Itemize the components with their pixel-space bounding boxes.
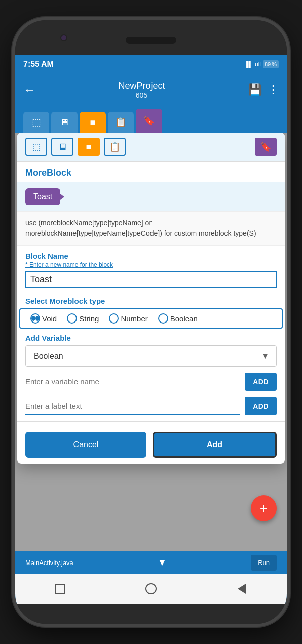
dialog-tab-list[interactable]: 📋 [104, 138, 126, 156]
menu-icon[interactable]: ⋮ [268, 83, 279, 96]
nav-circle-icon [145, 583, 157, 594]
radio-string-circle[interactable] [67, 313, 77, 324]
project-name: NewProject [118, 80, 165, 91]
dialog-tab-control[interactable]: ⬚ [25, 138, 47, 156]
radio-group: Void String Number Boolean [19, 308, 283, 329]
status-bar: 7:55 AM ▐▌ ull 89 % [15, 55, 287, 73]
tab-list[interactable]: 📋 [108, 112, 134, 133]
block-name-input[interactable] [30, 274, 272, 285]
add-variable-label: Add Variable [17, 329, 285, 345]
radio-boolean-label: Boolean [170, 314, 198, 323]
nav-square-button[interactable] [51, 580, 69, 598]
background-screen: + ⬚ 🖥 ■ [15, 133, 287, 551]
dialog-actions: Cancel Add [17, 426, 285, 464]
speaker [126, 37, 176, 44]
block-name-sublabel: * Enter a new name for the block [17, 261, 285, 271]
phone-frame: 7:55 AM ▐▌ ull 89 % ← NewProject 605 💾 ⋮ [15, 20, 287, 624]
tab-view[interactable]: 🖥 [51, 112, 78, 133]
radio-void-circle[interactable] [30, 313, 40, 324]
nav-back-icon [238, 584, 246, 594]
tab-more[interactable]: 🔖 [136, 109, 162, 133]
type-dropdown-wrapper: Boolean String int double ▼ [26, 346, 276, 366]
run-button[interactable]: Run [251, 555, 277, 571]
dialog-tab-view-icon: 🖥 [58, 142, 67, 152]
wifi-icon: ull [255, 61, 261, 68]
select-type-label: Select Moreblock type [17, 293, 285, 308]
dialog-tab-control-icon: ⬚ [32, 141, 41, 152]
file-name: MainActivity.java [25, 559, 73, 567]
dropdown-bottom-icon[interactable]: ▼ [158, 557, 167, 568]
app-bar: ← NewProject 605 💾 ⋮ [15, 73, 287, 106]
variable-name-row: ADD [25, 373, 277, 391]
dialog-tab-more-icon: 🔖 [260, 141, 271, 152]
tab-bar: ⬚ 🖥 ■ 📋 🔖 [15, 106, 287, 133]
tab-more-icon: 🔖 [143, 115, 155, 126]
nav-home-button[interactable] [142, 580, 160, 598]
bottom-bezel [15, 604, 287, 624]
dialog-tab-list-icon: 📋 [109, 141, 120, 152]
dialog-tabs: ⬚ 🖥 ■ 📋 🔖 [17, 133, 285, 162]
nav-back-button[interactable] [233, 580, 251, 598]
variable-name-input[interactable] [25, 373, 240, 390]
battery-symbol: % [272, 61, 277, 67]
dialog-tab-more-active[interactable]: 🔖 [255, 138, 277, 156]
toast-block: Toast [25, 188, 60, 205]
tab-view-icon: 🖥 [60, 117, 69, 128]
dialog-title: MoreBlock [17, 162, 285, 182]
bottom-bar: MainActivity.java ▼ Run [15, 551, 287, 574]
back-button[interactable]: ← [23, 83, 35, 97]
radio-boolean-circle[interactable] [158, 313, 168, 324]
toast-block-label: Toast [33, 192, 52, 201]
type-dropdown[interactable]: Boolean String int double [26, 346, 276, 366]
radio-void-label: Void [42, 314, 57, 323]
nav-bar [15, 574, 287, 604]
radio-string[interactable]: String [63, 311, 103, 326]
add-label-button[interactable]: ADD [245, 397, 277, 415]
signal-icon: ▐▌ [244, 61, 253, 68]
dialog-overlay: ⬚ 🖥 ■ 📋 🔖 [15, 133, 287, 551]
label-text-input[interactable] [25, 397, 240, 415]
screen: 7:55 AM ▐▌ ull 89 % ← NewProject 605 💾 ⋮ [15, 55, 287, 604]
radio-string-label: String [79, 314, 99, 323]
radio-number-circle[interactable] [109, 313, 119, 324]
tab-control[interactable]: ⬚ [23, 112, 49, 133]
dialog-instructions: use (moreblockName[type|typeName] or mor… [17, 211, 285, 246]
tab-block[interactable]: ■ [80, 112, 106, 133]
tab-control-icon: ⬚ [32, 116, 41, 128]
radio-void[interactable]: Void [26, 311, 61, 326]
app-bar-title: NewProject 605 [41, 80, 242, 99]
battery-icon: 89 % [263, 60, 279, 68]
label-text-row: ADD [25, 397, 277, 415]
tab-block-icon: ■ [90, 117, 96, 128]
add-variable-button[interactable]: ADD [245, 373, 277, 391]
project-number: 605 [136, 91, 147, 99]
cancel-button[interactable]: Cancel [25, 432, 146, 458]
add-confirm-button[interactable]: Add [153, 432, 277, 458]
tab-list-icon: 📋 [115, 117, 126, 128]
dialog-tab-view[interactable]: 🖥 [51, 138, 73, 156]
nav-square-icon [55, 584, 65, 594]
dialog-divider [17, 421, 285, 422]
radio-number[interactable]: Number [105, 311, 152, 326]
dialog-tab-block-icon: ■ [86, 142, 92, 152]
save-icon[interactable]: 💾 [248, 83, 262, 96]
dialog-tab-block[interactable]: ■ [78, 138, 100, 156]
app-bar-actions: 💾 ⋮ [248, 83, 279, 96]
moreblock-dialog: ⬚ 🖥 ■ 📋 🔖 [17, 133, 285, 464]
status-icons: ▐▌ ull 89 % [244, 60, 279, 68]
top-bezel [15, 20, 287, 55]
radio-number-label: Number [121, 314, 147, 323]
camera [60, 34, 67, 41]
block-name-label: Block Name [17, 246, 285, 261]
block-name-input-wrapper [25, 271, 277, 288]
fab-button[interactable]: + [251, 495, 277, 521]
battery-text: 89 [265, 61, 271, 67]
status-time: 7:55 AM [23, 60, 54, 69]
toast-preview-area: Toast [17, 182, 285, 211]
type-dropdown-container: Boolean String int double ▼ [25, 345, 277, 367]
radio-boolean[interactable]: Boolean [154, 311, 202, 326]
